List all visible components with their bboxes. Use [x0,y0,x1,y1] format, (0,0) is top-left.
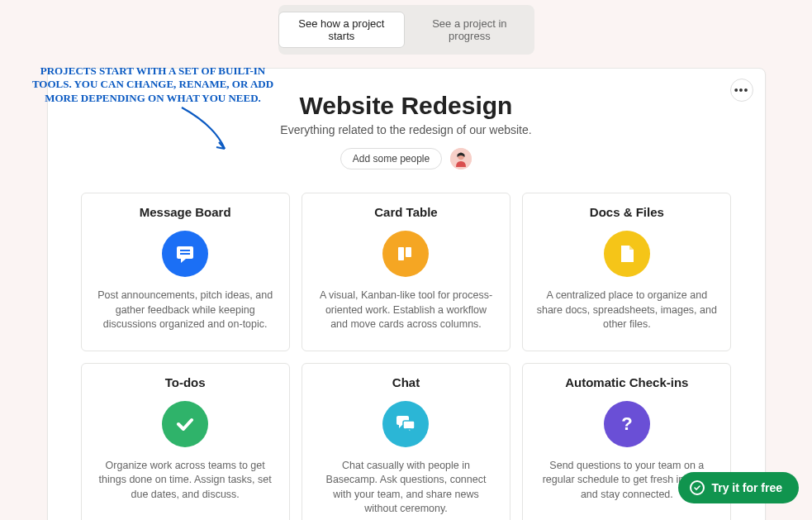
todos-icon [162,401,208,447]
tool-desc: Organize work across teams to get things… [95,459,276,503]
add-people-button[interactable]: Add some people [340,148,442,169]
tool-title: Chat [316,375,496,389]
tab-in-progress[interactable]: See a project in progress [405,12,534,48]
avatar[interactable] [450,148,472,169]
people-row: Add some people [64,148,748,169]
tool-chat[interactable]: Chat Chat casually with people in Baseca… [302,363,510,521]
tool-desc: A visual, Kanban-like tool for process-o… [316,289,496,332]
svg-rect-2 [177,246,193,259]
tool-title: Card Table [316,205,496,219]
try-check-icon [690,480,705,495]
try-label: Try it for free [711,481,782,494]
docs-files-icon [604,231,650,277]
avatar-icon [450,148,472,169]
svg-rect-8 [403,421,415,429]
tool-todos[interactable]: To-dos Organize work across teams to get… [81,363,290,521]
tool-desc: Chat casually with people in Basecamp. A… [316,459,496,517]
annotation-text: Projects start with a set of built-in to… [25,64,281,105]
tab-bar: See how a project starts See a project i… [278,5,534,55]
project-card: ••• Website Redesign Everything related … [47,68,766,520]
project-subtitle: Everything related to the redesign of ou… [64,123,748,136]
more-icon: ••• [734,83,749,97]
tool-title: To-dos [95,375,276,389]
tool-desc: Post announcements, pitch ideas, and gat… [95,289,276,332]
message-board-icon [162,231,208,277]
tool-card-table[interactable]: Card Table A visual, Kanban-like tool fo… [302,193,510,351]
tool-title: Automatic Check-ins [536,375,717,389]
svg-rect-5 [398,247,404,260]
tool-message-board[interactable]: Message Board Post announcements, pitch … [81,193,290,351]
svg-rect-6 [406,247,411,257]
chat-icon [382,401,429,447]
try-free-button[interactable]: Try it for free [678,472,799,503]
annotation-arrow [173,101,240,159]
tool-title: Docs & Files [536,205,717,219]
checkins-icon: ? [604,401,650,447]
card-table-icon [382,231,429,277]
tools-grid: Message Board Post announcements, pitch … [81,193,732,520]
tool-desc: A centralized place to organize and shar… [536,289,717,332]
tab-how-starts[interactable]: See how a project starts [278,12,406,48]
tool-title: Message Board [95,205,276,219]
tool-docs-files[interactable]: Docs & Files A centralized place to orga… [522,193,731,351]
more-menu-button[interactable]: ••• [730,79,753,102]
svg-text:?: ? [621,413,632,434]
